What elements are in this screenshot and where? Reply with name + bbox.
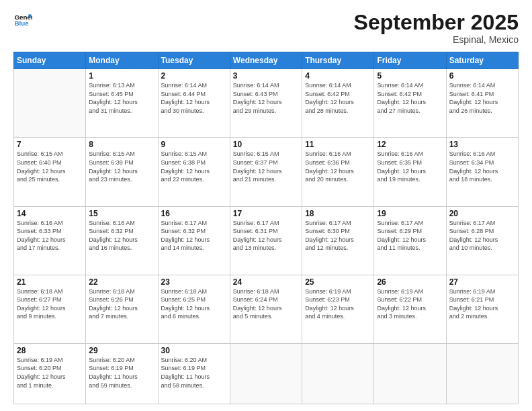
table-row: 6Sunrise: 6:14 AM Sunset: 6:41 PM Daylig… bbox=[446, 69, 518, 138]
day-info: Sunrise: 6:17 AM Sunset: 6:31 PM Dayligh… bbox=[233, 219, 299, 253]
table-row: 24Sunrise: 6:18 AM Sunset: 6:24 PM Dayli… bbox=[230, 275, 302, 343]
table-row: 7Sunrise: 6:15 AM Sunset: 6:40 PM Daylig… bbox=[14, 138, 86, 206]
day-number: 17 bbox=[233, 209, 299, 218]
table-row: 9Sunrise: 6:15 AM Sunset: 6:38 PM Daylig… bbox=[158, 138, 230, 206]
col-monday: Monday bbox=[86, 52, 158, 69]
day-info: Sunrise: 6:20 AM Sunset: 6:19 PM Dayligh… bbox=[161, 356, 227, 390]
table-row: 17Sunrise: 6:17 AM Sunset: 6:31 PM Dayli… bbox=[230, 206, 302, 275]
day-number: 23 bbox=[161, 277, 227, 287]
day-number: 29 bbox=[89, 346, 154, 355]
col-friday: Friday bbox=[374, 52, 446, 69]
logo: General Blue bbox=[13, 11, 32, 30]
day-info: Sunrise: 6:17 AM Sunset: 6:29 PM Dayligh… bbox=[377, 219, 443, 253]
table-row bbox=[374, 343, 446, 404]
table-row: 28Sunrise: 6:19 AM Sunset: 6:20 PM Dayli… bbox=[14, 343, 86, 404]
day-number: 26 bbox=[377, 277, 443, 287]
day-info: Sunrise: 6:15 AM Sunset: 6:38 PM Dayligh… bbox=[161, 150, 227, 183]
table-row: 1Sunrise: 6:13 AM Sunset: 6:45 PM Daylig… bbox=[86, 69, 158, 138]
table-row: 15Sunrise: 6:16 AM Sunset: 6:32 PM Dayli… bbox=[86, 206, 158, 275]
day-number: 22 bbox=[89, 277, 154, 287]
day-number: 30 bbox=[161, 346, 227, 355]
table-row bbox=[446, 343, 518, 404]
table-row: 14Sunrise: 6:16 AM Sunset: 6:33 PM Dayli… bbox=[14, 206, 86, 275]
table-row: 26Sunrise: 6:19 AM Sunset: 6:22 PM Dayli… bbox=[374, 275, 446, 343]
day-number: 25 bbox=[305, 277, 371, 287]
month-title: September 2025 bbox=[354, 11, 519, 34]
table-row: 10Sunrise: 6:15 AM Sunset: 6:37 PM Dayli… bbox=[230, 138, 302, 206]
table-row: 8Sunrise: 6:15 AM Sunset: 6:39 PM Daylig… bbox=[86, 138, 158, 206]
col-saturday: Saturday bbox=[446, 52, 518, 69]
table-row: 19Sunrise: 6:17 AM Sunset: 6:29 PM Dayli… bbox=[374, 206, 446, 275]
table-row: 5Sunrise: 6:14 AM Sunset: 6:42 PM Daylig… bbox=[374, 69, 446, 138]
table-row: 20Sunrise: 6:17 AM Sunset: 6:28 PM Dayli… bbox=[446, 206, 518, 275]
day-info: Sunrise: 6:16 AM Sunset: 6:33 PM Dayligh… bbox=[17, 219, 83, 253]
day-number: 2 bbox=[161, 71, 227, 81]
table-row: 18Sunrise: 6:17 AM Sunset: 6:30 PM Dayli… bbox=[302, 206, 374, 275]
day-info: Sunrise: 6:18 AM Sunset: 6:25 PM Dayligh… bbox=[161, 287, 227, 321]
day-number: 3 bbox=[233, 71, 299, 81]
day-info: Sunrise: 6:14 AM Sunset: 6:44 PM Dayligh… bbox=[161, 81, 227, 115]
header-row: Sunday Monday Tuesday Wednesday Thursday… bbox=[14, 52, 519, 69]
day-number: 27 bbox=[449, 277, 515, 287]
table-row: 23Sunrise: 6:18 AM Sunset: 6:25 PM Dayli… bbox=[158, 275, 230, 343]
day-number: 14 bbox=[17, 209, 83, 218]
table-row: 2Sunrise: 6:14 AM Sunset: 6:44 PM Daylig… bbox=[158, 69, 230, 138]
header: General Blue September 2025 Espinal, Mex… bbox=[13, 11, 519, 45]
day-number: 19 bbox=[377, 209, 443, 218]
table-row: 3Sunrise: 6:14 AM Sunset: 6:43 PM Daylig… bbox=[230, 69, 302, 138]
day-info: Sunrise: 6:18 AM Sunset: 6:24 PM Dayligh… bbox=[233, 287, 299, 321]
day-number: 5 bbox=[377, 71, 443, 81]
day-number: 7 bbox=[17, 140, 83, 149]
day-number: 8 bbox=[89, 140, 154, 149]
day-number: 16 bbox=[161, 209, 227, 218]
table-row: 11Sunrise: 6:16 AM Sunset: 6:36 PM Dayli… bbox=[302, 138, 374, 206]
day-info: Sunrise: 6:19 AM Sunset: 6:23 PM Dayligh… bbox=[305, 287, 371, 321]
page: General Blue September 2025 Espinal, Mex… bbox=[0, 0, 532, 411]
day-number: 12 bbox=[377, 140, 443, 149]
table-row: 30Sunrise: 6:20 AM Sunset: 6:19 PM Dayli… bbox=[158, 343, 230, 404]
day-info: Sunrise: 6:19 AM Sunset: 6:22 PM Dayligh… bbox=[377, 287, 443, 321]
table-row bbox=[302, 343, 374, 404]
day-number: 18 bbox=[305, 209, 371, 218]
table-row: 12Sunrise: 6:16 AM Sunset: 6:35 PM Dayli… bbox=[374, 138, 446, 206]
table-row: 13Sunrise: 6:16 AM Sunset: 6:34 PM Dayli… bbox=[446, 138, 518, 206]
table-row bbox=[230, 343, 302, 404]
day-number: 11 bbox=[305, 140, 371, 149]
day-info: Sunrise: 6:19 AM Sunset: 6:20 PM Dayligh… bbox=[17, 356, 83, 390]
day-info: Sunrise: 6:14 AM Sunset: 6:42 PM Dayligh… bbox=[377, 81, 443, 115]
day-number: 4 bbox=[305, 71, 371, 81]
table-row: 21Sunrise: 6:18 AM Sunset: 6:27 PM Dayli… bbox=[14, 275, 86, 343]
logo-icon: General Blue bbox=[13, 11, 32, 30]
day-number: 20 bbox=[449, 209, 515, 218]
day-info: Sunrise: 6:18 AM Sunset: 6:26 PM Dayligh… bbox=[89, 287, 154, 321]
day-info: Sunrise: 6:16 AM Sunset: 6:36 PM Dayligh… bbox=[305, 150, 371, 183]
day-info: Sunrise: 6:15 AM Sunset: 6:37 PM Dayligh… bbox=[233, 150, 299, 183]
day-info: Sunrise: 6:16 AM Sunset: 6:35 PM Dayligh… bbox=[377, 150, 443, 183]
table-row: 16Sunrise: 6:17 AM Sunset: 6:32 PM Dayli… bbox=[158, 206, 230, 275]
table-row: 25Sunrise: 6:19 AM Sunset: 6:23 PM Dayli… bbox=[302, 275, 374, 343]
day-number: 9 bbox=[161, 140, 227, 149]
day-number: 21 bbox=[17, 277, 83, 287]
table-row: 29Sunrise: 6:20 AM Sunset: 6:19 PM Dayli… bbox=[86, 343, 158, 404]
day-info: Sunrise: 6:19 AM Sunset: 6:21 PM Dayligh… bbox=[449, 287, 515, 321]
day-number: 24 bbox=[233, 277, 299, 287]
col-thursday: Thursday bbox=[302, 52, 374, 69]
day-info: Sunrise: 6:14 AM Sunset: 6:42 PM Dayligh… bbox=[305, 81, 371, 115]
day-number: 15 bbox=[89, 209, 154, 218]
table-row: 27Sunrise: 6:19 AM Sunset: 6:21 PM Dayli… bbox=[446, 275, 518, 343]
day-info: Sunrise: 6:18 AM Sunset: 6:27 PM Dayligh… bbox=[17, 287, 83, 321]
table-row: 22Sunrise: 6:18 AM Sunset: 6:26 PM Dayli… bbox=[86, 275, 158, 343]
day-info: Sunrise: 6:16 AM Sunset: 6:34 PM Dayligh… bbox=[449, 150, 515, 183]
day-number: 28 bbox=[17, 346, 83, 355]
day-info: Sunrise: 6:17 AM Sunset: 6:32 PM Dayligh… bbox=[161, 219, 227, 253]
table-row bbox=[14, 69, 86, 138]
day-info: Sunrise: 6:20 AM Sunset: 6:19 PM Dayligh… bbox=[89, 356, 154, 390]
day-info: Sunrise: 6:13 AM Sunset: 6:45 PM Dayligh… bbox=[89, 81, 154, 115]
day-info: Sunrise: 6:15 AM Sunset: 6:39 PM Dayligh… bbox=[89, 150, 154, 183]
calendar-table: Sunday Monday Tuesday Wednesday Thursday… bbox=[13, 52, 519, 404]
day-info: Sunrise: 6:16 AM Sunset: 6:32 PM Dayligh… bbox=[89, 219, 154, 253]
col-sunday: Sunday bbox=[14, 52, 86, 69]
table-row: 4Sunrise: 6:14 AM Sunset: 6:42 PM Daylig… bbox=[302, 69, 374, 138]
title-block: September 2025 Espinal, Mexico bbox=[354, 11, 519, 45]
day-number: 10 bbox=[233, 140, 299, 149]
